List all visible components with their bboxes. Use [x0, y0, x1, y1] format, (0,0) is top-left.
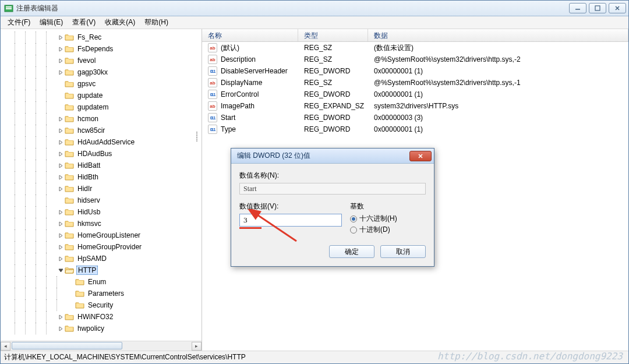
tree-item-Security[interactable]: Security — [1, 299, 202, 311]
expander-icon[interactable] — [56, 231, 65, 239]
expander-icon[interactable] — [56, 56, 65, 65]
expander-icon[interactable] — [67, 289, 75, 298]
folder-icon — [65, 161, 74, 169]
expander-icon[interactable] — [56, 103, 65, 111]
tree-item-HomeGroupListener[interactable]: HomeGroupListener — [1, 229, 202, 241]
column-header-name[interactable]: 名称 — [202, 29, 298, 41]
scroll-track[interactable] — [10, 342, 192, 351]
tree-horizontal-scrollbar[interactable]: ◂ ▸ — [1, 341, 202, 351]
tree-item-label: HdAudAddService — [76, 138, 136, 146]
expander-icon[interactable] — [56, 126, 65, 135]
base-label: 基数 — [350, 202, 426, 211]
list-row[interactable]: abDisplayNameREG_SZ@%SystemRoot%\system3… — [202, 77, 628, 89]
expander-icon[interactable] — [56, 173, 65, 181]
tree-item-fvevol[interactable]: fvevol — [1, 55, 202, 66]
expander-icon[interactable] — [56, 80, 65, 88]
menu-file[interactable]: 文件(F) — [3, 16, 35, 29]
binary-value-icon: 011 — [208, 66, 217, 76]
tree-scroll[interactable]: Fs_RecFsDependsfvevolgagp30kxgpsvcgupdat… — [1, 29, 202, 341]
list-row[interactable]: 011DisableServerHeaderREG_DWORD0x0000000… — [202, 65, 628, 77]
tree-item-hidserv[interactable]: hidserv — [1, 195, 202, 206]
tree-item-hkmsvc[interactable]: hkmsvc — [1, 218, 202, 229]
tree-item-hwpolicy[interactable]: hwpolicy — [1, 323, 202, 334]
tree-item-HidUsb[interactable]: HidUsb — [1, 206, 202, 218]
expander-icon[interactable] — [56, 220, 65, 228]
expander-icon[interactable] — [56, 138, 65, 146]
tree-item-HDAudBus[interactable]: HDAudBus — [1, 148, 202, 160]
folder-icon — [65, 33, 74, 41]
tree-item-gupdate[interactable]: gupdate — [1, 90, 202, 101]
expander-icon[interactable] — [56, 45, 65, 53]
scroll-left-button[interactable]: ◂ — [1, 342, 10, 351]
tree-item-HpSAMD[interactable]: HpSAMD — [1, 253, 202, 264]
expander-icon[interactable] — [67, 278, 75, 286]
scroll-thumb[interactable] — [12, 342, 122, 349]
tree-item-Enum[interactable]: Enum — [1, 276, 202, 288]
tree-item-HTTP[interactable]: HTTP — [1, 264, 202, 276]
scroll-right-button[interactable]: ▸ — [192, 342, 202, 351]
tree-item-HidBatt[interactable]: HidBatt — [1, 160, 202, 171]
tree-item-hcmon[interactable]: hcmon — [1, 113, 202, 125]
expander-icon[interactable] — [56, 91, 65, 100]
cancel-button[interactable]: 取消 — [380, 245, 426, 258]
value-name: DisplayName — [221, 79, 262, 87]
radio-dec-row[interactable]: 十进制(D) — [350, 225, 426, 235]
folder-icon — [65, 324, 74, 333]
expander-icon[interactable] — [56, 208, 65, 216]
folder-icon — [75, 289, 84, 298]
expander-icon[interactable] — [56, 196, 65, 204]
tree-item-HidIr[interactable]: HidIr — [1, 183, 202, 195]
tree-item-hcw85cir[interactable]: hcw85cir — [1, 125, 202, 136]
menu-edit[interactable]: 编辑(E) — [35, 16, 68, 29]
maximize-button[interactable] — [589, 3, 606, 13]
tree-item-HidBth[interactable]: HidBth — [1, 171, 202, 183]
ok-button[interactable]: 确定 — [329, 245, 374, 258]
menu-favorites[interactable]: 收藏夹(A) — [100, 16, 140, 29]
expander-icon[interactable] — [56, 150, 65, 158]
expander-icon[interactable] — [56, 68, 65, 76]
menu-view[interactable]: 查看(V) — [68, 16, 100, 29]
list-row[interactable]: abDescriptionREG_SZ@%SystemRoot%\system3… — [202, 54, 628, 65]
expander-icon[interactable] — [56, 243, 65, 251]
tree-item-gupdatem[interactable]: gupdatem — [1, 101, 202, 113]
tree-item-HomeGroupProvider[interactable]: HomeGroupProvider — [1, 241, 202, 253]
value-data-input[interactable] — [239, 214, 342, 227]
radio-hex-row[interactable]: 十六进制(H) — [350, 214, 426, 224]
expander-icon[interactable] — [56, 115, 65, 123]
column-header-type[interactable]: 类型 — [298, 29, 368, 41]
expander-icon[interactable] — [56, 266, 65, 274]
expander-icon[interactable] — [56, 255, 65, 263]
expander-icon[interactable] — [56, 324, 65, 333]
dialog-close-button[interactable] — [409, 151, 432, 161]
tree-item-FsDepends[interactable]: FsDepends — [1, 43, 202, 55]
list-row[interactable]: ab(默认)REG_SZ(数值未设置) — [202, 42, 628, 54]
expander-icon[interactable] — [56, 161, 65, 169]
tree-pane: Fs_RecFsDependsfvevolgagp30kxgpsvcgupdat… — [1, 29, 202, 351]
folder-icon — [65, 208, 74, 216]
dialog-titlebar[interactable]: 编辑 DWORD (32 位)值 — [231, 149, 434, 164]
close-button[interactable] — [609, 3, 626, 13]
titlebar: 注册表编辑器 — [1, 1, 628, 16]
expander-icon[interactable] — [67, 301, 75, 309]
radio-hex[interactable] — [350, 215, 357, 222]
expander-icon[interactable] — [56, 33, 65, 41]
folder-icon — [65, 150, 74, 158]
tree-item-label: gupdate — [76, 91, 104, 100]
tree-item-Parameters[interactable]: Parameters — [1, 288, 202, 299]
tree-item-gpsvc[interactable]: gpsvc — [1, 78, 202, 90]
expander-icon[interactable] — [56, 313, 65, 321]
menu-help[interactable]: 帮助(H) — [140, 16, 173, 29]
tree-item-HWiNFO32[interactable]: HWiNFO32 — [1, 311, 202, 323]
expander-icon[interactable] — [56, 185, 65, 193]
tree-item-HdAudAddService[interactable]: HdAudAddService — [1, 136, 202, 148]
list-row[interactable]: 011TypeREG_DWORD0x00000001 (1) — [202, 123, 628, 135]
list-row[interactable]: 011StartREG_DWORD0x00000003 (3) — [202, 112, 628, 123]
tree-item-gagp30kx[interactable]: gagp30kx — [1, 66, 202, 78]
list-row[interactable]: 011ErrorControlREG_DWORD0x00000001 (1) — [202, 89, 628, 100]
list-row[interactable]: abImagePathREG_EXPAND_SZsystem32\drivers… — [202, 100, 628, 112]
tree-item-Fs_Rec[interactable]: Fs_Rec — [1, 31, 202, 43]
statusbar-path: 计算机\HKEY_LOCAL_MACHINE\SYSTEM\CurrentCon… — [4, 352, 246, 362]
minimize-button[interactable] — [569, 3, 586, 13]
column-header-data[interactable]: 数据 — [368, 29, 628, 41]
radio-dec[interactable] — [350, 227, 357, 234]
